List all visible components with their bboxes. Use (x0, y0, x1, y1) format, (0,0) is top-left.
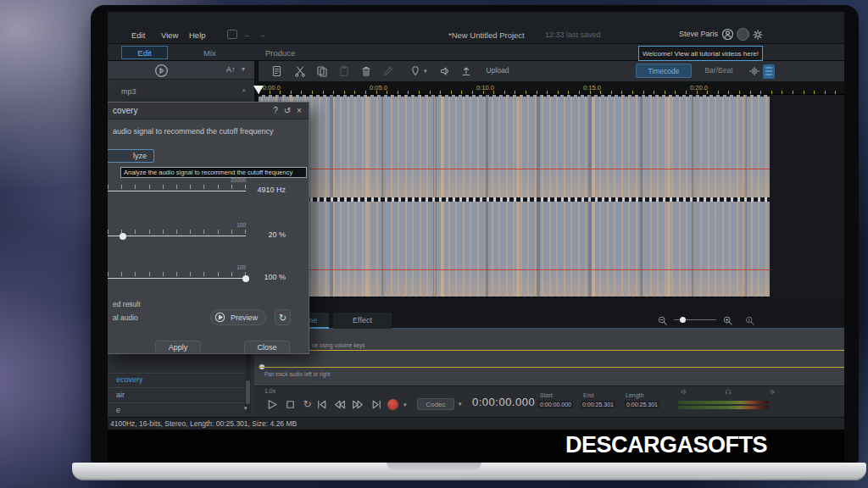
sort-caret-icon[interactable]: ▾ (242, 65, 245, 73)
mix-slider[interactable]: 100 100 % (108, 264, 309, 286)
panel-scroll-down-icon[interactable]: ▾ (244, 405, 248, 412)
rewind-button[interactable] (333, 398, 346, 411)
waveform-fit-icon[interactable] (748, 65, 760, 77)
speaker-icon[interactable] (680, 388, 688, 396)
playback-rate[interactable]: 1.0x (264, 388, 275, 394)
paste-icon[interactable] (338, 65, 350, 77)
slider-track[interactable] (108, 236, 246, 236)
marker-icon[interactable] (409, 65, 421, 77)
edit-pencil-icon[interactable] (382, 65, 394, 77)
menu-view[interactable]: View (161, 30, 178, 41)
volume-envelope-label: ne using volume keys (312, 342, 365, 348)
play-button[interactable] (265, 398, 278, 411)
preview-loop-button[interactable]: ↻ (275, 309, 291, 325)
new-document-icon[interactable] (271, 65, 283, 77)
sort-button[interactable]: A↑ (226, 65, 236, 74)
close-button[interactable]: Close (244, 341, 290, 354)
marker-caret-icon[interactable]: ▾ (424, 68, 427, 75)
export-icon[interactable] (227, 30, 237, 39)
share-icon[interactable] (460, 65, 472, 77)
empty-track-area (770, 95, 844, 298)
slider-track[interactable] (108, 191, 246, 191)
strength-slider[interactable]: 100 20 % (108, 222, 309, 244)
level-meter-left (678, 401, 769, 404)
zoom-slider-thumb[interactable] (680, 317, 686, 323)
help-icon[interactable]: ? (270, 106, 281, 115)
zoom-out-icon[interactable] (657, 315, 668, 326)
fast-forward-button[interactable] (352, 398, 364, 411)
record-button[interactable] (387, 399, 398, 410)
slider-value: 100 % (250, 273, 286, 281)
analyze-button[interactable]: lyze (108, 149, 154, 163)
spectrogram-channel-right[interactable] (259, 202, 770, 297)
volume-envelope-line[interactable] (259, 350, 844, 351)
cut-icon[interactable] (294, 65, 306, 77)
gear-icon[interactable] (752, 29, 764, 41)
tab-edit[interactable]: Edit (121, 46, 168, 59)
account-icon[interactable] (737, 28, 749, 41)
pan-envelope-line[interactable] (259, 367, 844, 368)
user-name[interactable]: Steve Paris (679, 30, 718, 38)
cutoff-line-left (259, 169, 770, 169)
zoom-in-icon[interactable] (722, 315, 733, 326)
redo-icon[interactable]: → (259, 30, 267, 40)
tab-mix[interactable]: Mix (203, 48, 216, 58)
preview-play-icon[interactable] (214, 312, 225, 323)
region-length-value[interactable]: 0:00:25.301 (625, 401, 659, 408)
region-end-value[interactable]: 0:00:25.301 (581, 401, 615, 408)
slider-track[interactable] (108, 278, 246, 279)
processed-result-option[interactable]: ed result (113, 300, 141, 308)
undo-icon[interactable]: ← (243, 30, 252, 40)
panel-scrollbar-thumb[interactable] (246, 380, 250, 404)
slider-ticks (108, 272, 246, 276)
panel-scroll-up-icon[interactable]: ▴ (242, 86, 246, 93)
slider-thumb[interactable] (242, 275, 249, 282)
titlebar: Edit View Help ← → *New Untitled Project… (108, 12, 844, 44)
tab-produce[interactable]: Produce (265, 48, 295, 58)
zoom-one-to-one-icon[interactable] (744, 315, 755, 326)
list-divider (108, 402, 243, 403)
timecode-button[interactable]: Timecode (636, 64, 692, 78)
record-caret-icon[interactable]: ▾ (403, 402, 407, 408)
codec-caret-icon[interactable]: ▾ (459, 401, 462, 408)
menu-help[interactable]: Help (189, 30, 206, 41)
list-divider (108, 387, 243, 388)
menu-edit[interactable]: Edit (131, 30, 145, 41)
region-start-value[interactable]: 0:00:00.000 (538, 401, 573, 408)
meter-settings-icon[interactable] (768, 388, 776, 396)
delete-icon[interactable] (360, 65, 372, 77)
headphones-icon[interactable] (724, 388, 732, 396)
pan-envelope-label: Pan track audio left or right (264, 371, 331, 377)
editor-toolbar: ▾ Upload Timecode Bar/Beat (259, 61, 844, 82)
slider-thumb[interactable] (120, 233, 126, 240)
codec-button[interactable]: Codec (417, 398, 454, 410)
list-item-repair[interactable]: air (116, 391, 125, 399)
panel-list-icon[interactable] (763, 64, 775, 79)
original-audio-option[interactable]: al audio (113, 313, 138, 322)
tab-effect[interactable]: Effect (333, 313, 392, 329)
bar-beat-button[interactable]: Bar/Beat (695, 64, 743, 78)
close-icon[interactable]: × (293, 106, 305, 115)
playhead-marker[interactable] (253, 86, 264, 94)
region-start-label: Start (540, 392, 553, 398)
apply-button[interactable]: Apply (155, 341, 201, 354)
list-item[interactable]: e (116, 406, 120, 414)
loop-button[interactable]: ↻ (301, 398, 314, 411)
media-file-item[interactable]: mp3 (121, 87, 136, 96)
spectrogram-channel-left[interactable] (259, 95, 770, 197)
go-to-start-button[interactable] (315, 398, 328, 411)
media-panel-header: A↑ ▾ (108, 61, 254, 80)
list-item-recovery[interactable]: ecovery (116, 375, 143, 384)
loudness-icon[interactable] (439, 65, 451, 77)
avatar-icon[interactable] (721, 28, 734, 41)
copy-icon[interactable] (316, 65, 328, 77)
cutoff-frequency-slider[interactable]: 20000 4910 Hz (108, 177, 309, 199)
timeline-ruler[interactable]: 0:00.0 0:05.0 0:10.0 0:15.0 0:20.0 (254, 82, 844, 95)
upload-button[interactable]: Upload (477, 64, 518, 78)
dialog-titlebar[interactable]: covery ? ↺ × (108, 103, 309, 119)
waveform-area (259, 95, 770, 298)
watermark-text: DESCARGASOFTS (565, 432, 767, 458)
reset-icon[interactable]: ↺ (281, 106, 293, 115)
go-to-end-button[interactable] (370, 398, 383, 411)
stop-button[interactable] (284, 398, 297, 411)
